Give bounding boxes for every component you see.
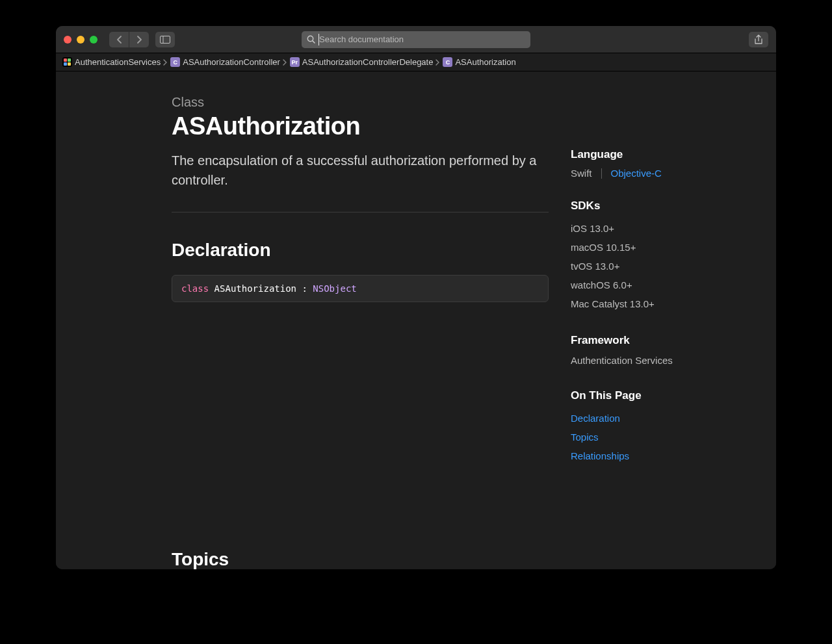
toc-link-topics[interactable]: Topics (571, 431, 599, 443)
language-heading: Language (571, 148, 701, 161)
topics-heading: Topics (172, 549, 549, 569)
code-basetype: NSObject (313, 283, 356, 294)
breadcrumb-label: ASAuthorizationControllerDelegate (302, 57, 434, 67)
sdk-item: Mac Catalyst 13.0+ (571, 294, 701, 313)
main-column: Class ASAuthorization The encapsulation … (172, 95, 549, 569)
breadcrumb: AuthenticationServices C ASAuthorization… (56, 53, 776, 71)
sdk-item: watchOS 6.0+ (571, 276, 701, 294)
code-typename: ASAuthorization (214, 283, 296, 294)
back-button[interactable] (109, 32, 129, 47)
search-field[interactable] (302, 31, 530, 48)
code-keyword: class (181, 283, 209, 294)
chevron-right-icon (163, 59, 168, 66)
window-controls (64, 36, 98, 44)
toc-link-declaration[interactable]: Declaration (571, 413, 620, 424)
share-icon (754, 34, 763, 45)
breadcrumb-item-controller[interactable]: C ASAuthorizationController (170, 57, 280, 67)
declaration-heading: Declaration (172, 240, 549, 261)
aside-column: Language Swift Objective-C SDKs iOS 13.0… (571, 95, 701, 569)
text-cursor (318, 34, 319, 45)
toc-list: Declaration Topics Relationships (571, 409, 701, 465)
language-option-objc[interactable]: Objective-C (611, 168, 662, 179)
search-icon (307, 35, 315, 44)
nav-buttons (109, 32, 149, 47)
chevron-left-icon (116, 36, 122, 44)
breadcrumb-label: ASAuthorizationController (183, 57, 280, 67)
language-option-swift[interactable]: Swift (571, 168, 592, 179)
chevron-right-icon (436, 59, 440, 66)
content-area: Class ASAuthorization The encapsulation … (56, 71, 776, 569)
app-window: AuthenticationServices C ASAuthorization… (56, 26, 776, 569)
breadcrumb-label: AuthenticationServices (75, 57, 161, 67)
share-button[interactable] (749, 32, 768, 47)
language-switcher: Swift Objective-C (571, 168, 701, 179)
sdk-item: tvOS 13.0+ (571, 257, 701, 276)
svg-rect-0 (161, 36, 170, 43)
on-this-page-heading: On This Page (571, 389, 701, 402)
chevron-right-icon (283, 59, 287, 66)
page-summary: The encapsulation of a successful author… (172, 151, 549, 190)
divider (601, 168, 602, 179)
class-badge-icon: C (170, 57, 180, 67)
sdk-item: iOS 13.0+ (571, 219, 701, 238)
svg-line-3 (313, 41, 315, 43)
breadcrumb-item-delegate[interactable]: Pr ASAuthorizationControllerDelegate (290, 57, 434, 67)
sdks-heading: SDKs (571, 200, 701, 213)
framework-icon (62, 57, 72, 67)
toc-link-relationships[interactable]: Relationships (571, 450, 629, 461)
chevron-right-icon (136, 36, 142, 44)
close-window-button[interactable] (64, 36, 72, 44)
framework-heading: Framework (571, 334, 701, 347)
titlebar (56, 26, 776, 53)
page-title: ASAuthorization (172, 112, 549, 140)
sidebar-icon (160, 36, 170, 44)
breadcrumb-label: ASAuthorization (455, 57, 515, 67)
breadcrumb-item-current[interactable]: C ASAuthorization (443, 57, 515, 67)
class-badge-icon: C (443, 57, 452, 67)
eyebrow: Class (172, 95, 549, 110)
protocol-badge-icon: Pr (290, 57, 300, 67)
sdk-list: iOS 13.0+ macOS 10.15+ tvOS 13.0+ watchO… (571, 219, 701, 313)
sdk-item: macOS 10.15+ (571, 238, 701, 257)
sidebar-toggle-button[interactable] (155, 32, 175, 47)
search-input[interactable] (319, 34, 525, 44)
forward-button[interactable] (129, 32, 149, 47)
code-separator: : (296, 283, 313, 294)
breadcrumb-item-framework[interactable]: AuthenticationServices (62, 57, 161, 67)
framework-name: Authentication Services (571, 354, 701, 368)
zoom-window-button[interactable] (90, 36, 98, 44)
declaration-code: class ASAuthorization : NSObject (172, 275, 549, 302)
divider (172, 212, 549, 213)
minimize-window-button[interactable] (77, 36, 84, 44)
